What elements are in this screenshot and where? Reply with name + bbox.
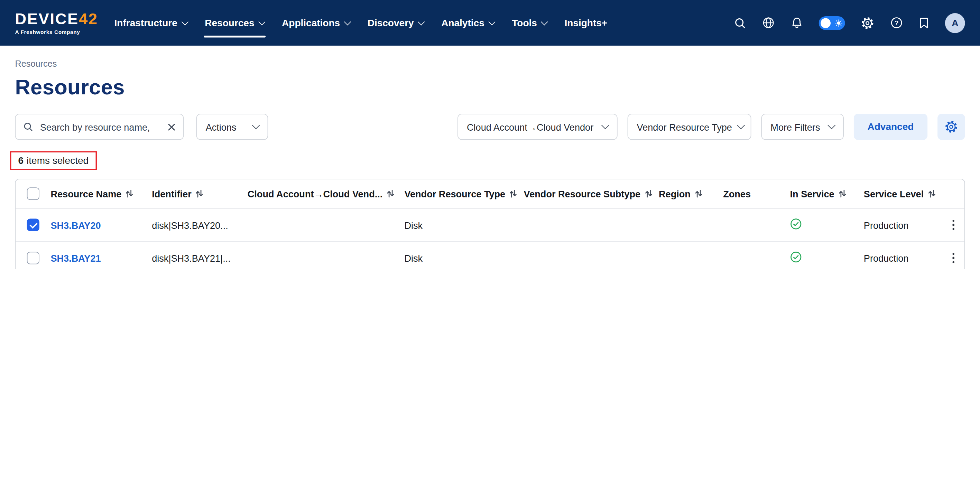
device42-logo[interactable]: DEVICE42 A Freshworks Company [15, 11, 98, 35]
breadcrumb[interactable]: Resources [15, 59, 57, 69]
sun-icon [835, 19, 843, 27]
sort-icon[interactable] [645, 189, 652, 198]
row-checkbox[interactable] [27, 252, 40, 264]
in-service-cell [790, 251, 864, 265]
search-box [15, 114, 184, 140]
in-service-cell [790, 218, 864, 232]
vendor-resource-type-cell: Disk [404, 253, 523, 264]
search-icon[interactable] [734, 17, 746, 29]
logo-wordmark: DEVICE42 [15, 11, 98, 27]
chevron-down-icon [827, 121, 835, 129]
resource-name-link[interactable]: SH3.BAY20 [51, 219, 152, 230]
resource-name-link[interactable]: SH3.BAY21 [51, 253, 152, 264]
table-settings-button[interactable] [937, 114, 965, 140]
sort-icon[interactable] [838, 189, 846, 198]
selection-count: 6 [18, 155, 24, 166]
chevron-down-icon [601, 121, 609, 129]
table-row: SH3.BAY20 disk|SH3.BAY20... Disk Product… [16, 208, 964, 241]
column-header-vendor-resource-subtype[interactable]: Vendor Resource Subtype [524, 188, 659, 199]
identifier-cell: disk|SH3.BAY21|... [152, 253, 248, 264]
identifier-cell: disk|SH3.BAY20... [152, 219, 248, 230]
nav-item-tools[interactable]: Tools [503, 0, 556, 46]
nav-item-resources[interactable]: Resources [196, 0, 273, 46]
service-level-cell: Production [864, 253, 945, 264]
chevron-down-icon [344, 18, 351, 25]
clear-icon[interactable] [167, 123, 175, 131]
vendor-resource-type-cell: Disk [404, 219, 523, 230]
avatar[interactable]: A [945, 13, 965, 33]
navbar-icons: ? A [734, 13, 965, 33]
column-header-zones: Zones [723, 188, 790, 199]
svg-text:?: ? [894, 19, 899, 27]
column-header-cloud-account[interactable]: Cloud Account→Cloud Vend... [248, 188, 404, 199]
toggle-knob [821, 18, 830, 28]
kebab-menu-icon[interactable] [945, 216, 962, 233]
chevron-down-icon [737, 121, 745, 129]
bell-icon[interactable] [791, 16, 803, 29]
gear-icon [944, 120, 958, 134]
sort-icon[interactable] [695, 189, 703, 198]
main-content: Resources Resources Actions Cloud Accoun… [0, 46, 980, 269]
chevron-down-icon [252, 121, 260, 129]
logo-tagline: A Freshworks Company [15, 29, 98, 35]
select-all-checkbox[interactable] [27, 187, 40, 200]
selection-label: items selected [27, 155, 89, 166]
advanced-button[interactable]: Advanced [854, 114, 928, 140]
sort-icon[interactable] [126, 189, 134, 198]
chevron-down-icon [418, 18, 425, 25]
chevron-down-icon [541, 18, 548, 25]
theme-toggle[interactable] [819, 16, 845, 30]
nav-item-applications[interactable]: Applications [273, 0, 359, 46]
filters-group: Cloud Account→Cloud Vendor Vendor Resour… [458, 114, 965, 140]
resources-table: Resource Name Identifier Cloud Account→C… [15, 179, 965, 269]
globe-icon[interactable] [762, 16, 775, 29]
nav-item-discovery[interactable]: Discovery [359, 0, 432, 46]
bookmark-icon[interactable] [919, 17, 929, 29]
chevron-down-icon [258, 18, 265, 25]
main-nav: Infrastructure Resources Applications Di… [105, 0, 616, 46]
sort-icon[interactable] [928, 189, 936, 198]
search-icon [23, 122, 33, 132]
chevron-down-icon [488, 18, 495, 25]
column-header-identifier[interactable]: Identifier [152, 188, 248, 199]
kebab-menu-icon[interactable] [945, 249, 962, 266]
table-row: SH3.BAY21 disk|SH3.BAY21|... Disk Produc… [16, 241, 964, 269]
cloud-account-filter[interactable]: Cloud Account→Cloud Vendor [458, 114, 617, 140]
top-navbar: DEVICE42 A Freshworks Company Infrastruc… [0, 0, 980, 46]
table-header-row: Resource Name Identifier Cloud Account→C… [16, 179, 964, 208]
column-header-resource-name[interactable]: Resource Name [51, 188, 152, 199]
vendor-resource-type-filter[interactable]: Vendor Resource Type [627, 114, 751, 140]
column-header-in-service[interactable]: In Service [790, 188, 864, 199]
chevron-down-icon [181, 18, 188, 25]
check-circle-icon [790, 218, 802, 230]
gear-icon[interactable] [861, 16, 875, 30]
sort-icon[interactable] [510, 189, 517, 198]
header-checkbox-cell [16, 187, 51, 200]
service-level-cell: Production [864, 219, 945, 230]
actions-dropdown[interactable]: Actions [196, 114, 268, 140]
row-checkbox[interactable] [27, 219, 40, 231]
sort-icon[interactable] [387, 189, 395, 198]
device42-app: DEVICE42 A Freshworks Company Infrastruc… [0, 0, 980, 269]
nav-item-insights[interactable]: Insights+ [556, 0, 616, 46]
sort-icon[interactable] [196, 189, 203, 198]
column-header-service-level[interactable]: Service Level [864, 188, 945, 199]
more-filters-dropdown[interactable]: More Filters [761, 114, 844, 140]
column-header-vendor-resource-type[interactable]: Vendor Resource Type [404, 188, 523, 199]
check-circle-icon [790, 251, 802, 263]
help-icon[interactable]: ? [890, 16, 903, 29]
selection-banner: 6 items selected [10, 151, 97, 170]
column-header-region[interactable]: Region [659, 188, 723, 199]
nav-item-analytics[interactable]: Analytics [433, 0, 503, 46]
toolbar: Actions Cloud Account→Cloud Vendor Vendo… [15, 114, 965, 140]
page-title: Resources [15, 75, 965, 99]
search-input[interactable] [39, 121, 162, 133]
nav-item-infrastructure[interactable]: Infrastructure [105, 0, 196, 46]
